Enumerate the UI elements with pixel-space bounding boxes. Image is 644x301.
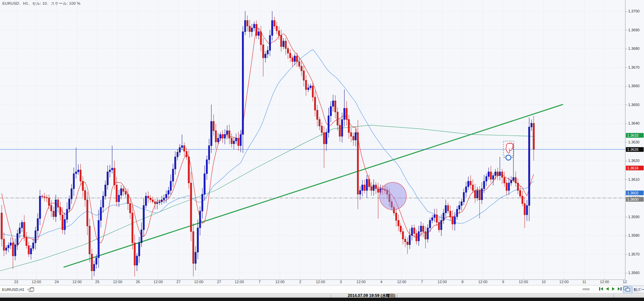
auto-zoom-button[interactable]: 動ズーム — [632, 286, 644, 293]
price-tick-label: 1.3590 — [625, 214, 644, 219]
time-tick-label: 12:00 — [153, 280, 163, 284]
time-tick-label: 12:00 — [600, 280, 609, 284]
blue-ma-line — [2, 49, 534, 238]
candle-body — [353, 136, 354, 140]
price-tick-mark — [625, 179, 627, 180]
candle-body — [477, 191, 478, 198]
anchor-circle-icon[interactable] — [506, 155, 511, 160]
candle-body — [418, 232, 419, 241]
step-back-button[interactable] — [605, 286, 610, 292]
candle-body — [242, 32, 244, 134]
time-tick-label: 7 — [259, 280, 261, 284]
candle-body — [161, 200, 163, 202]
candle-body — [188, 157, 189, 183]
candle-body — [481, 189, 482, 200]
candle-body — [488, 172, 489, 176]
chart-title: EURUSD、H1、セル: 10、スケール: 100 % — [2, 1, 80, 6]
horizontal-scrollbar-thumb[interactable] — [582, 288, 590, 290]
candle-body — [416, 234, 417, 241]
go-start-button[interactable] — [599, 286, 604, 292]
candle-body — [337, 112, 338, 125]
time-tick-label: 12:00 — [478, 280, 488, 284]
candle-body — [443, 213, 444, 220]
candle-body — [132, 213, 133, 243]
candle-body — [94, 264, 95, 271]
candle-body — [28, 246, 29, 254]
candle-body — [17, 234, 18, 245]
candle-body — [156, 203, 158, 204]
candle-body — [330, 106, 331, 116]
candle-body — [114, 168, 115, 185]
status-separator — [613, 294, 614, 298]
candle-body — [371, 187, 372, 191]
candle-body — [181, 146, 183, 148]
auto-scroll-icon[interactable] — [623, 286, 632, 294]
candle-body — [398, 221, 399, 226]
candle-body — [249, 26, 250, 32]
price-axis[interactable]: 1.37001.36901.36801.36701.36601.36501.36… — [625, 0, 644, 279]
time-axis[interactable]: 2312:002412:002512:002612:002712:002712:… — [0, 280, 625, 285]
candle-body — [323, 133, 325, 144]
candle-body — [490, 172, 492, 179]
candle-body — [130, 204, 131, 213]
candle-body — [445, 205, 446, 213]
candle-body — [41, 196, 43, 197]
end-arrow-icon — [617, 287, 622, 291]
candle-body — [166, 194, 167, 198]
candle-body — [21, 222, 23, 228]
candle-body — [251, 28, 253, 32]
candle-body — [139, 243, 140, 256]
time-tick-label: 25 — [95, 280, 99, 284]
candle-body — [125, 192, 126, 194]
candle-body — [86, 200, 88, 226]
price-tick-mark — [625, 124, 627, 124]
time-tick-label: 12:00 — [32, 280, 41, 284]
chart-tab[interactable]: EURUSD,H1 × — [2, 287, 29, 293]
candle-body — [26, 237, 27, 246]
candle-body — [134, 243, 135, 265]
time-tick-label: 12:00 — [72, 280, 82, 284]
chart-plot-area[interactable]: EURUSD、H1、セル: 10、スケール: 100 % — [0, 0, 625, 280]
candle-body — [75, 172, 77, 174]
candle-body — [105, 185, 106, 196]
candle-body — [310, 86, 311, 88]
candle-body — [267, 51, 268, 54]
price-tick-label: 1.3670 — [625, 65, 644, 70]
candle-body — [436, 215, 437, 222]
candle-body — [206, 160, 208, 174]
candle-body — [366, 179, 367, 191]
candle-body — [145, 196, 147, 206]
price-tick-mark — [625, 49, 627, 49]
candle-body — [240, 134, 241, 145]
tab-close-icon[interactable]: × — [27, 288, 29, 292]
go-end-button[interactable] — [617, 286, 622, 292]
candle-body — [434, 215, 435, 218]
right-arrow-icon — [611, 287, 616, 291]
cascade-windows-icon[interactable] — [29, 288, 34, 292]
candle-body — [238, 138, 239, 145]
candle-body — [472, 185, 473, 191]
candle-body — [118, 195, 119, 202]
red-ma-value-badge: 1.3616 — [626, 166, 644, 170]
candle-body — [262, 45, 264, 58]
candle-body — [501, 172, 503, 177]
highlight-ellipse[interactable] — [380, 182, 406, 210]
candle-body — [179, 147, 180, 152]
candle-body — [470, 181, 471, 185]
time-tick-label: 11 — [582, 280, 586, 284]
candle-body — [463, 192, 464, 202]
candle-body — [3, 239, 5, 250]
candle-body — [378, 189, 379, 192]
candlestick-chart — [0, 0, 625, 279]
candle-body — [479, 191, 480, 200]
step-forward-button[interactable] — [611, 286, 616, 292]
candle-body — [461, 202, 462, 205]
candle-body — [14, 245, 16, 256]
candle-body — [12, 243, 13, 256]
candle-body — [465, 187, 467, 193]
candle-body — [508, 183, 509, 191]
candle-body — [303, 71, 305, 80]
candle-body — [278, 31, 280, 35]
red-ma-line — [2, 28, 534, 247]
candle-body — [84, 191, 86, 200]
